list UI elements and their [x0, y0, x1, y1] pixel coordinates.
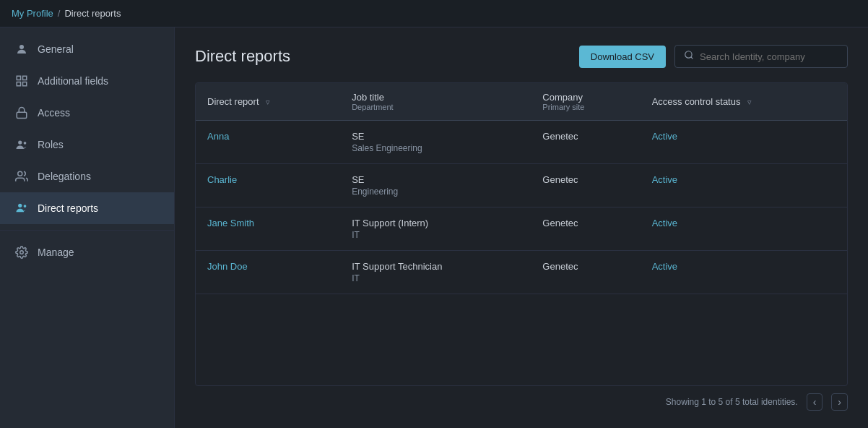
sidebar-label-direct-reports: Direct reports: [38, 202, 98, 214]
grid-icon: [14, 74, 29, 88]
sidebar-label-manage: Manage: [38, 247, 74, 258]
sidebar-item-general[interactable]: General: [0, 33, 174, 65]
sidebar-label-roles: Roles: [38, 139, 64, 150]
sidebar-label-general: General: [38, 43, 74, 55]
svg-point-9: [18, 204, 22, 207]
cell-company: Genetec: [531, 251, 640, 294]
breadcrumb-current: Direct reports: [64, 8, 121, 19]
col-job-title: Job title Department: [340, 83, 531, 121]
sidebar-label-additional-fields: Additional fields: [38, 75, 108, 87]
cell-name: John Doe: [196, 251, 340, 294]
identity-link[interactable]: John Doe: [207, 261, 248, 272]
direct-reports-table: Direct report ▿ Job title Department Com…: [196, 83, 847, 294]
cell-name: Anna: [196, 121, 340, 164]
cell-status: Active: [641, 121, 847, 164]
sidebar-item-additional-fields[interactable]: Additional fields: [0, 65, 174, 97]
sidebar: General Additional fields Access Roles: [0, 27, 175, 428]
roles-icon: [14, 137, 29, 152]
sidebar-item-manage[interactable]: Manage: [0, 236, 174, 268]
table-row: Charlie SE Engineering Genetec Active: [196, 164, 847, 207]
direct-reports-icon: [14, 201, 29, 215]
cell-company: Genetec: [531, 207, 640, 251]
svg-point-6: [18, 140, 22, 144]
table-row: Jane Smith IT Support (Intern) IT Genete…: [196, 207, 847, 251]
svg-point-12: [685, 51, 692, 58]
header-actions: Download CSV: [579, 45, 848, 68]
search-input[interactable]: [700, 51, 838, 62]
col-direct-report: Direct report ▿: [196, 83, 340, 121]
table-row: Anna SE Sales Engineering Genetec Active: [196, 121, 847, 164]
table-container: Direct report ▿ Job title Department Com…: [195, 82, 848, 386]
access-status-filter-icon[interactable]: ▿: [747, 98, 752, 107]
sidebar-item-delegations[interactable]: Delegations: [0, 160, 174, 192]
cell-status: Active: [641, 251, 847, 294]
cell-job-title: SE Engineering: [340, 164, 531, 207]
svg-line-13: [691, 57, 693, 59]
person-icon: [14, 42, 29, 56]
content-area: Direct reports Download CSV Direct repor…: [175, 27, 868, 428]
svg-point-0: [19, 45, 24, 49]
svg-rect-2: [23, 76, 27, 80]
page-title: Direct reports: [195, 47, 290, 66]
manage-icon: [14, 245, 29, 260]
table-footer: Showing 1 to 5 of 5 total identities. ‹ …: [195, 386, 848, 411]
breadcrumb-separator: /: [58, 8, 61, 19]
direct-report-filter-icon[interactable]: ▿: [266, 98, 270, 107]
svg-point-11: [20, 251, 24, 254]
identity-link[interactable]: Jane Smith: [207, 218, 254, 228]
table-body: Anna SE Sales Engineering Genetec Active…: [196, 121, 847, 294]
sidebar-item-access[interactable]: Access: [0, 97, 174, 129]
svg-point-7: [24, 142, 27, 145]
col-company: Company Primary site: [531, 83, 640, 121]
col-access-status: Access control status ▿: [641, 83, 847, 121]
svg-rect-5: [17, 112, 27, 118]
svg-rect-1: [17, 76, 20, 80]
cell-name: Jane Smith: [196, 207, 340, 251]
download-csv-button[interactable]: Download CSV: [579, 46, 666, 68]
main-layout: General Additional fields Access Roles: [0, 27, 868, 428]
search-icon: [684, 50, 694, 63]
topbar: My Profile / Direct reports: [0, 0, 868, 27]
delegations-icon: [14, 169, 29, 184]
cell-job-title: SE Sales Engineering: [340, 121, 531, 164]
sidebar-divider: [0, 230, 174, 231]
svg-rect-3: [17, 82, 20, 86]
sidebar-label-access: Access: [38, 107, 70, 119]
identity-link[interactable]: Charlie: [207, 174, 237, 185]
cell-company: Genetec: [531, 121, 640, 164]
cell-status: Active: [641, 164, 847, 207]
sidebar-label-delegations: Delegations: [38, 171, 91, 182]
pagination-prev-button[interactable]: ‹: [807, 393, 823, 411]
sidebar-item-roles[interactable]: Roles: [0, 129, 174, 160]
cell-job-title: IT Support (Intern) IT: [340, 207, 531, 251]
cell-company: Genetec: [531, 164, 640, 207]
svg-point-8: [18, 171, 22, 176]
page-header: Direct reports Download CSV: [195, 45, 848, 68]
sidebar-item-direct-reports[interactable]: Direct reports: [0, 192, 174, 224]
search-box[interactable]: [674, 45, 848, 68]
pagination-next-button[interactable]: ›: [831, 393, 848, 411]
cell-job-title: IT Support Technician IT: [340, 251, 531, 294]
svg-point-10: [24, 205, 27, 207]
svg-rect-4: [23, 82, 27, 86]
cell-status: Active: [641, 207, 847, 251]
showing-text: Showing 1 to 5 of 5 total identities.: [666, 397, 798, 407]
cell-name: Charlie: [196, 164, 340, 207]
breadcrumb-link[interactable]: My Profile: [12, 8, 53, 19]
table-row: John Doe IT Support Technician IT Genete…: [196, 251, 847, 294]
table-header-row: Direct report ▿ Job title Department Com…: [196, 83, 847, 121]
access-icon: [14, 106, 29, 120]
identity-link[interactable]: Anna: [207, 131, 229, 142]
